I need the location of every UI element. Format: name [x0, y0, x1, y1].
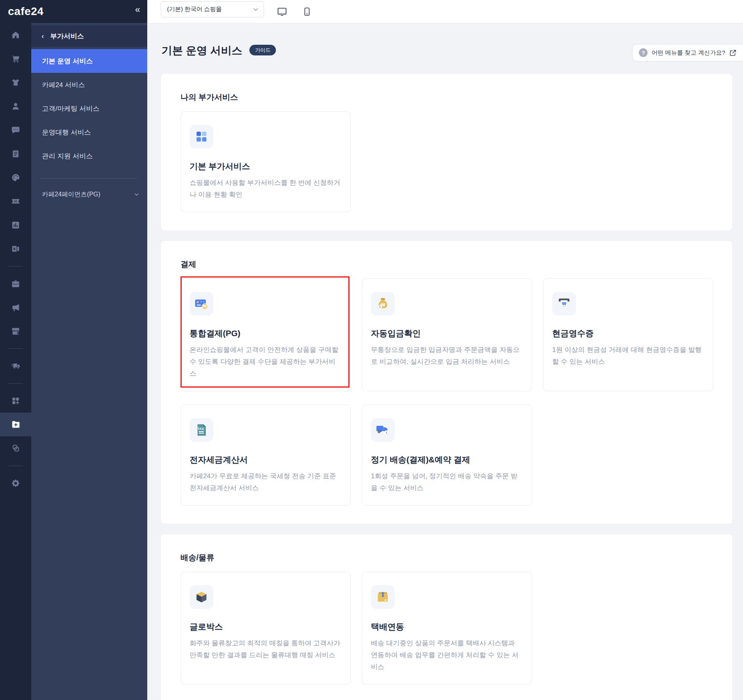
- palette-icon: [11, 173, 20, 182]
- card-title: 글로박스: [190, 621, 342, 632]
- sidebar-section-title: 부가서비스: [50, 32, 84, 41]
- svg-text:₩: ₩: [562, 302, 566, 306]
- sidebar-item-5[interactable]: 관리 지원 서비스: [31, 144, 147, 168]
- question-icon: ?: [639, 48, 648, 57]
- guide-badge[interactable]: 가이드: [249, 45, 276, 55]
- rail-item-chart-icon[interactable]: [0, 213, 31, 237]
- rail-item-gear-icon[interactable]: [0, 471, 31, 495]
- sidebar-menu: 기본 운영 서비스카페24 서비스고객/마케팅 서비스운영대행 서비스관리 지원…: [31, 49, 147, 168]
- list-icon: [11, 149, 20, 158]
- rail-item-list-icon[interactable]: [0, 142, 31, 165]
- card-description: 무통장으로 입금한 입금자명과 주문금액을 자동으로 비교하여, 실시간으로 입…: [371, 344, 523, 368]
- rail-item-truck-icon[interactable]: [0, 354, 31, 378]
- svg-text:₩: ₩: [203, 304, 207, 308]
- mobile-preview-icon[interactable]: [300, 5, 313, 18]
- external-link-icon: [729, 49, 737, 57]
- menu-finder-label: 어떤 메뉴를 찾고 계신가요?: [652, 49, 725, 57]
- card-description: 온라인쇼핑몰에서 고객이 안전하게 상품을 구매할 수 있도록 다양한 결제 수…: [190, 344, 342, 380]
- rail-item-excel-icon[interactable]: [0, 237, 31, 261]
- shop-selector[interactable]: (기본) 한국어 쇼핑몰: [161, 1, 264, 17]
- section-heading: 배송/물류: [181, 552, 713, 563]
- rail-item-link-icon[interactable]: [0, 436, 31, 460]
- pg-card-icon: ₩: [190, 292, 213, 316]
- cart-icon: [11, 54, 20, 63]
- card-title: 기본 부가서비스: [190, 161, 342, 172]
- page-title: 기본 운영 서비스: [162, 44, 242, 57]
- service-card-전자세금계산서[interactable]: TAX전자세금계산서카페24가 무료로 제공하는 국세청 전송 기준 표준전자세…: [181, 405, 351, 506]
- card-description: 배송 대기중인 상품의 주문서를 택배사 시스템과 연동하여 배송 업무를 간편…: [371, 637, 523, 673]
- sidebar-item-label: 관리 지원 서비스: [42, 152, 93, 161]
- rail-item-home-icon[interactable]: [0, 23, 31, 47]
- rail-item-megaphone-icon[interactable]: [0, 295, 31, 319]
- card-description: 화주와 물류창고의 최적의 매칭을 통하여 고객사가 만족할 만한 결과를 드리…: [190, 637, 342, 661]
- card-description: 1원 이상의 현금성 거래에 대해 현금영수증을 발행할 수 있는 서비스: [552, 344, 704, 368]
- rail-item-store-plus-icon[interactable]: [0, 319, 31, 343]
- service-card-자동입금확인[interactable]: ₩자동입금확인무통장으로 입금한 입금자명과 주문금액을 자동으로 비교하여, …: [362, 278, 532, 391]
- sidebar-panel: ‹ 부가서비스 기본 운영 서비스카페24 서비스고객/마케팅 서비스운영대행 …: [31, 23, 147, 700]
- sidebar-item-4[interactable]: 운영대행 서비스: [31, 120, 147, 144]
- card-grid: ₩통합결제(PG)온라인쇼핑몰에서 고객이 안전하게 상품을 구매할 수 있도록…: [181, 278, 713, 506]
- sidebar-item-label: 고객/마케팅 서비스: [42, 104, 99, 113]
- rail-divider: [0, 378, 31, 389]
- rail-item-folder-plus-icon[interactable]: [0, 413, 31, 436]
- service-card-기본 부가서비스[interactable]: 기본 부가서비스쇼핑몰에서 사용할 부가서비스를 한 번에 신청하거나 이용 현…: [181, 111, 351, 212]
- rail-item-shirt-icon[interactable]: [0, 70, 31, 94]
- service-card-택배연동[interactable]: 택배연동배송 대기중인 상품의 주문서를 택배사 시스템과 연동하여 배송 업무…: [362, 572, 532, 685]
- rail-item-cart-icon[interactable]: [0, 47, 31, 70]
- main-area: (기본) 한국어 쇼핑몰 기본 운영 서비스 가이드 ? 어떤 메뉴를 찾고 계…: [147, 0, 743, 700]
- chat-icon: [11, 126, 20, 135]
- globox-cube-icon: [190, 585, 213, 609]
- gear-icon: [11, 479, 20, 488]
- rail-item-palette-icon[interactable]: [0, 165, 31, 189]
- page-header: 기본 운영 서비스 가이드 ? 어떤 메뉴를 찾고 계신가요?: [162, 44, 732, 57]
- shop-selector-value: (기본) 한국어 쇼핑몰: [167, 6, 222, 13]
- sidebar-item-label: 카페24페이먼츠(PG): [42, 190, 101, 199]
- card-title: 현금영수증: [552, 328, 704, 339]
- sidebar-item-cafe24-payments[interactable]: 카페24페이먼츠(PG): [31, 188, 147, 201]
- rail-item-user-icon[interactable]: [0, 94, 31, 118]
- home-icon: [11, 30, 20, 40]
- service-card-현금영수증[interactable]: ₩현금영수증1원 이상의 현금성 거래에 대해 현금영수증을 발행할 수 있는 …: [543, 278, 713, 391]
- rail-item-chat-icon[interactable]: [0, 118, 31, 142]
- service-card-통합결제(PG)[interactable]: ₩통합결제(PG)온라인쇼핑몰에서 고객이 안전하게 상품을 구매할 수 있도록…: [181, 278, 351, 391]
- card-title: 정기 배송(결제)&예약 결제: [371, 454, 523, 465]
- sidebar-item-label: 카페24 서비스: [42, 80, 85, 89]
- sidebar-divider: [40, 178, 137, 179]
- rail-divider: [0, 261, 31, 272]
- service-card-정기 배송(결제)&예약 결제[interactable]: 정기 배송(결제)&예약 결제1회성 주문을 넘어, 정기적인 배송 약속을 주…: [362, 405, 532, 506]
- parcel-box-icon: [371, 585, 395, 609]
- rail-divider: [0, 343, 31, 354]
- topbar: (기본) 한국어 쇼핑몰: [147, 0, 743, 23]
- coupon-icon: [11, 197, 20, 206]
- sidebar-item-3[interactable]: 고객/마케팅 서비스: [31, 97, 147, 120]
- link-icon: [11, 443, 21, 453]
- service-section-3: 배송/물류글로박스화주와 물류창고의 최적의 매칭을 통하여 고객사가 만족할 …: [160, 534, 733, 700]
- desktop-preview-icon[interactable]: [276, 5, 288, 18]
- sidebar-item-2[interactable]: 카페24 서비스: [31, 73, 147, 97]
- chevron-down-icon: [134, 192, 139, 197]
- truck-icon: [11, 361, 21, 371]
- rail-item-coupon-icon[interactable]: [0, 189, 31, 213]
- card-description: 카페24가 무료로 제공하는 국세청 전송 기준 표준전자세금계산서 서비스: [190, 470, 342, 494]
- chevron-left-icon: ‹: [42, 32, 44, 40]
- svg-text:TAX: TAX: [198, 427, 204, 431]
- page-content: 기본 운영 서비스 가이드 ? 어떤 메뉴를 찾고 계신가요? 나의 부가서비스…: [147, 23, 743, 700]
- grid-plus-icon: [11, 396, 20, 405]
- service-card-글로박스[interactable]: 글로박스화주와 물류창고의 최적의 매칭을 통하여 고객사가 만족할 만한 결과…: [181, 572, 351, 685]
- apps-grid-icon: [190, 125, 213, 148]
- section-heading: 결제: [181, 259, 713, 270]
- deposit-check-icon: ₩: [371, 292, 395, 316]
- chart-icon: [11, 221, 20, 230]
- rail-item-grid-plus-icon[interactable]: [0, 389, 31, 413]
- service-sections: 나의 부가서비스기본 부가서비스쇼핑몰에서 사용할 부가서비스를 한 번에 신청…: [160, 73, 732, 700]
- subscription-truck-icon: [371, 418, 395, 442]
- cafe24-logo: cafe24: [8, 6, 44, 17]
- sidebar-back-header[interactable]: ‹ 부가서비스: [31, 25, 147, 47]
- sidebar-collapse-icon[interactable]: «: [135, 5, 140, 14]
- rail-item-briefcase-icon[interactable]: [0, 272, 31, 295]
- tax-invoice-icon: TAX: [190, 418, 213, 442]
- sidebar-item-1[interactable]: 기본 운영 서비스: [31, 49, 147, 73]
- card-description: 1회성 주문을 넘어, 정기적인 배송 약속을 주문 받을 수 있는 서비스: [371, 470, 523, 494]
- card-description: 쇼핑몰에서 사용할 부가서비스를 한 번에 신청하거나 이용 현황 확인: [190, 177, 342, 201]
- menu-finder-button[interactable]: ? 어떤 메뉴를 찾고 계신가요?: [632, 44, 743, 61]
